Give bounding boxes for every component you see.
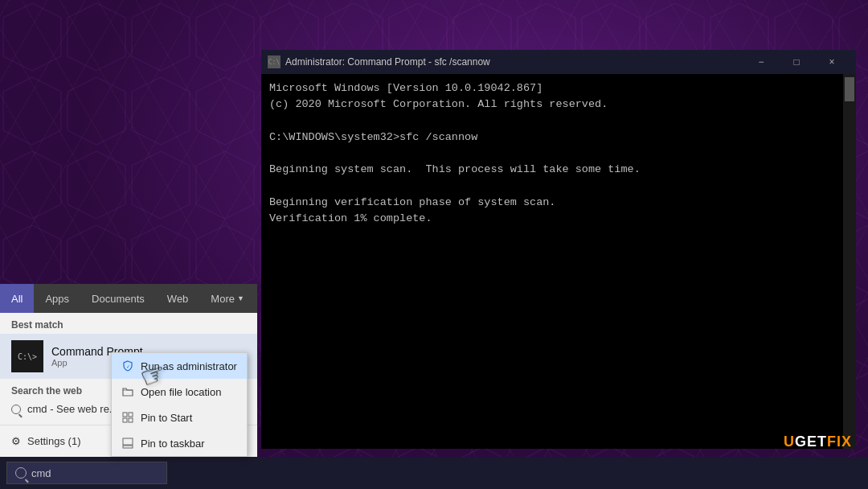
taskbar-search-text: cmd [31,467,51,479]
taskbar-search[interactable]: cmd [6,462,167,484]
chevron-down-icon: ▼ [237,294,244,302]
search-web-text: cmd - See web re... [27,403,118,415]
best-match-label: Best match [0,313,257,334]
watermark-fix: FIX [827,434,852,450]
open-file-location-label: Open file location [141,386,221,398]
svg-rect-2 [129,413,133,417]
tab-more[interactable]: More ▼ [199,284,256,313]
pin-to-taskbar-label: Pin to taskbar [141,438,205,450]
cmd-title-icon: C:\ [268,55,280,68]
svg-rect-3 [123,418,127,422]
cmd-window: C:\ Administrator: Command Prompt - sfc … [261,50,856,449]
search-web-icon [11,405,21,414]
minimize-button[interactable]: − [743,50,779,74]
cmd-scrollbar[interactable] [843,74,856,449]
gear-icon: ⚙ [11,435,21,447]
cmd-title-text: Administrator: Command Prompt - sfc /sca… [285,56,739,68]
tab-documents[interactable]: Documents [80,284,156,313]
svg-text:✓: ✓ [126,364,130,369]
pin-start-icon [121,411,134,424]
watermark-u: U [784,434,795,450]
watermark-brand: UGETFIX [784,434,852,450]
context-menu-open-file-location[interactable]: Open file location [112,379,247,405]
context-menu-pin-to-taskbar[interactable]: Pin to taskbar [112,430,247,456]
settings-label: Settings (1) [27,435,80,447]
start-nav: All Apps Documents Web More ▼ [0,284,257,313]
svg-rect-5 [123,438,133,445]
pin-taskbar-icon [121,437,134,450]
cmd-titlebar: C:\ Administrator: Command Prompt - sfc … [261,50,856,74]
svg-rect-4 [129,418,133,422]
maximize-button[interactable]: □ [779,50,814,74]
watermark-get: GET [795,434,827,450]
taskbar-search-icon [15,467,27,479]
tab-all[interactable]: All [0,284,34,313]
tab-web[interactable]: Web [156,284,200,313]
pin-to-start-label: Pin to Start [141,412,192,424]
folder-icon [121,385,134,398]
cmd-app-icon: C:\> [11,340,43,372]
shield-icon: ✓ [121,360,134,372]
context-menu-pin-to-start[interactable]: Pin to Start [112,405,247,430]
svg-rect-1 [123,413,127,417]
cmd-body: Microsoft Windows [Version 10.0.19042.86… [261,74,856,449]
cmd-content: Microsoft Windows [Version 10.0.19042.86… [261,74,856,233]
cmd-scroll-thumb[interactable] [845,77,854,101]
close-button[interactable]: × [814,50,850,74]
svg-rect-6 [123,446,133,448]
run-as-admin-label: Run as administrator [141,360,237,372]
tab-apps[interactable]: Apps [34,284,80,313]
taskbar: cmd [0,457,868,489]
context-menu-run-as-admin[interactable]: ✓ Run as administrator [112,353,247,379]
context-menu: ✓ Run as administrator Open file locatio… [111,352,248,457]
cmd-window-controls: − □ × [743,50,850,74]
watermark: UGETFIX [784,434,852,450]
